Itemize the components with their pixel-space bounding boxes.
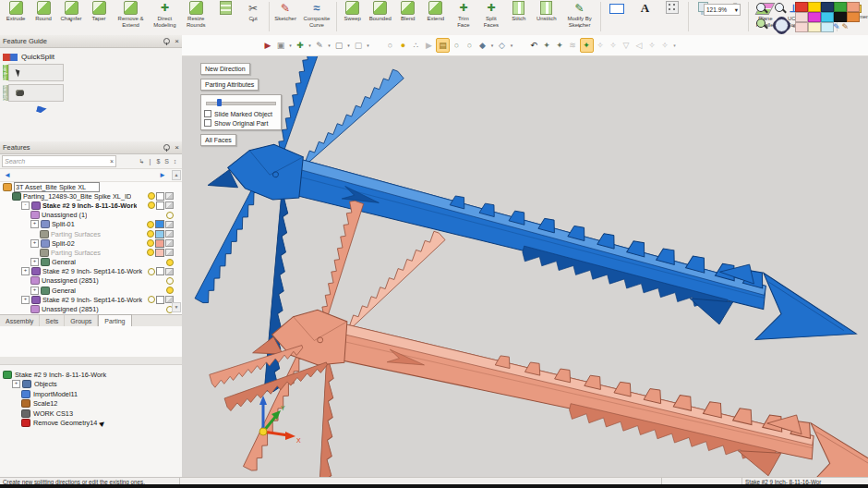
viewport-tool-icon[interactable]: ▾: [288, 39, 294, 52]
history-expander[interactable]: +: [12, 380, 20, 388]
slide-marked-object-checkbox[interactable]: [204, 110, 211, 117]
tree-checkbox[interactable]: [156, 296, 164, 304]
tree-expander[interactable]: +: [30, 239, 39, 248]
viewport-tool-icon[interactable]: ▾: [509, 39, 514, 52]
tree-row[interactable]: + Stake #2 9 Inch- Sept14-16-Work: [0, 295, 182, 304]
features-tab[interactable]: Groups: [65, 315, 98, 326]
color-swatch[interactable]: [847, 2, 860, 12]
viewport-tool-icon[interactable]: ▽: [621, 39, 633, 52]
visibility-bulb-icon[interactable]: [148, 296, 155, 303]
tree-row[interactable]: Unassigned (1): [0, 211, 182, 220]
orbit-icon[interactable]: [775, 18, 789, 32]
ribbon-button[interactable]: Taper: [85, 0, 113, 22]
nav-back-icon[interactable]: ◄: [4, 172, 11, 179]
isolate-view-icon[interactable]: [165, 192, 174, 200]
close-icon[interactable]: ×: [175, 144, 179, 152]
viewport-tool-icon[interactable]: ✧: [595, 39, 607, 52]
features-tab[interactable]: Parting: [98, 314, 131, 326]
search-input[interactable]: Search ×: [2, 155, 116, 167]
tree-scroll-up-icon[interactable]: ▲: [172, 170, 181, 180]
ribbon-button[interactable]: Stitch: [505, 0, 533, 22]
ribbon-button[interactable]: Chamfer ▾: [57, 0, 85, 22]
color-swatch[interactable]: [155, 230, 164, 238]
tree-checkbox[interactable]: [156, 201, 164, 210]
viewport-tool-icon[interactable]: ▶: [423, 39, 435, 52]
3d-viewport[interactable]: ▶ ▣ ▾ ✚ ▾ ✎ ▾ ▢ ▾ ▢ ▾ ○: [182, 35, 868, 477]
isolate-view-icon[interactable]: [165, 249, 174, 256]
history-row[interactable]: + Objects: [0, 380, 182, 390]
ribbon-button[interactable]: [211, 0, 239, 16]
brush-icon[interactable]: ✎: [842, 22, 850, 31]
viewport-tool-icon[interactable]: ▾: [672, 39, 678, 52]
color-swatch[interactable]: [795, 22, 808, 32]
filter-icon[interactable]: ↕: [171, 158, 179, 165]
color-swatch[interactable]: [834, 2, 847, 12]
apply-arrow-icon[interactable]: [36, 106, 46, 114]
visibility-bulb-icon[interactable]: [147, 249, 154, 256]
color-swatch[interactable]: [834, 12, 847, 22]
visibility-bulb-icon[interactable]: [166, 287, 174, 294]
ribbon-button[interactable]: [336, 2, 337, 31]
ribbon-button[interactable]: Bounded: [367, 0, 394, 22]
tree-expander[interactable]: -: [21, 201, 30, 210]
tree-row[interactable]: + Split-02: [0, 238, 182, 248]
viewport-tool-icon[interactable]: ▶: [262, 39, 274, 52]
show-original-part-checkbox[interactable]: [204, 119, 211, 127]
color-swatch[interactable]: [821, 12, 834, 22]
viewport-tool-icon[interactable]: ◆: [476, 39, 488, 52]
ribbon-button[interactable]: Round: [30, 0, 57, 22]
slider-handle[interactable]: [217, 99, 222, 106]
optional-step-box[interactable]: Optional: [8, 84, 64, 102]
search-clear-icon[interactable]: ×: [110, 158, 114, 165]
ribbon-button[interactable]: Split Faces: [477, 0, 505, 28]
ribbon-button[interactable]: Unstitch: [533, 0, 561, 22]
pin-icon[interactable]: [163, 38, 170, 44]
ribbon-button[interactable]: Blend: [394, 0, 422, 22]
color-swatch[interactable]: [795, 12, 808, 22]
history-row[interactable]: WORK CS13: [0, 409, 182, 419]
color-swatch[interactable]: [808, 12, 821, 22]
model-scene[interactable]: Y X: [182, 35, 868, 477]
filter-icon[interactable]: |: [146, 158, 154, 165]
viewport-tool-icon[interactable]: ≋: [567, 39, 579, 52]
viewport-tool-icon[interactable]: ✦: [580, 38, 594, 53]
all-faces-button[interactable]: All Faces: [200, 134, 236, 146]
filter-icon[interactable]: $: [154, 158, 163, 165]
viewport-tool-icon[interactable]: ○: [384, 39, 396, 52]
viewport-tool-icon[interactable]: ✚: [295, 39, 307, 52]
dropdown-caret-icon[interactable]: ▾: [252, 18, 255, 23]
viewport-tool-icon[interactable]: ▾: [366, 39, 371, 52]
isolate-view-icon[interactable]: [165, 268, 174, 275]
isolate-view-icon[interactable]: [165, 201, 174, 209]
filter-icon[interactable]: S: [163, 158, 171, 165]
dropdown-caret-icon[interactable]: ▾: [578, 23, 581, 29]
viewport-tool-icon[interactable]: ∴: [410, 39, 422, 52]
ribbon-button[interactable]: [603, 0, 631, 15]
history-row[interactable]: Remove Geometry14 ▶: [0, 419, 182, 429]
zoom-in-icon[interactable]: [755, 2, 769, 16]
zoom-extents-icon[interactable]: [774, 2, 788, 16]
visibility-bulb-icon[interactable]: [148, 192, 155, 200]
parting-attributes-button[interactable]: Parting Attributes: [200, 79, 259, 91]
tree-row[interactable]: - Stake #2 9 Inch- 8-11-16-Work: [0, 201, 182, 210]
ribbon-button[interactable]: Remove & Extend: [113, 0, 149, 28]
tree-row[interactable]: + Split-01: [0, 220, 182, 229]
ribbon-button[interactable]: [631, 0, 658, 16]
ribbon-button[interactable]: [600, 2, 601, 31]
tree-row[interactable]: Unassigned (2851): [0, 304, 182, 313]
viewport-tool-icon[interactable]: ✧: [646, 39, 658, 52]
ribbon-button[interactable]: Sweep: [339, 0, 367, 22]
tree-scroll-down-icon[interactable]: ▼: [172, 302, 181, 312]
nav-forward-icon[interactable]: ►: [159, 172, 166, 179]
ribbon-button[interactable]: [688, 2, 689, 31]
features-tab[interactable]: Assembly: [0, 315, 40, 326]
ribbon-button[interactable]: Extend: [422, 0, 450, 22]
ribbon-button[interactable]: Modify By Sketcher ▾: [561, 0, 599, 28]
tree-row[interactable]: Parting Surfaces: [0, 248, 182, 257]
visibility-bulb-icon[interactable]: [147, 221, 154, 228]
viewport-tool-icon[interactable]: ✦: [541, 39, 553, 52]
ribbon-button[interactable]: Extrude: [2, 0, 30, 22]
required-step-box[interactable]: Required: [8, 64, 64, 81]
history-row[interactable]: ImportModel11: [0, 389, 182, 399]
visibility-bulb-icon[interactable]: [148, 201, 155, 209]
